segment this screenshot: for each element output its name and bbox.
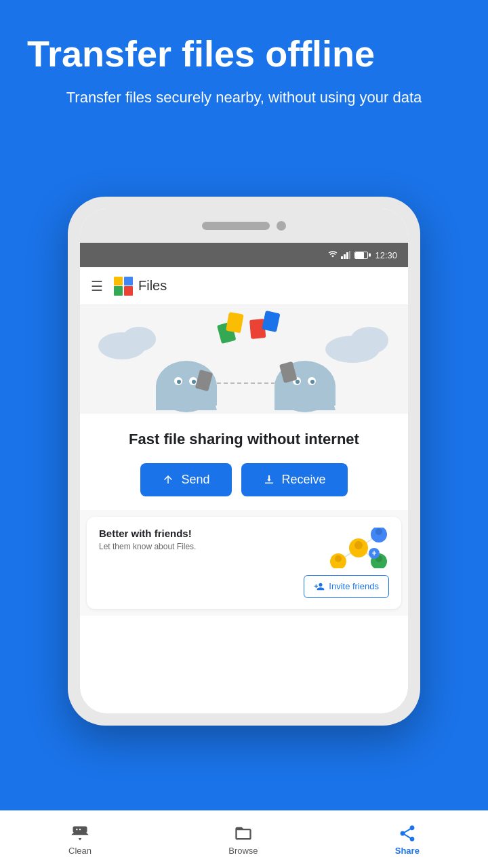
svg-rect-0 xyxy=(341,256,343,259)
invite-friends-button[interactable]: Invite friends xyxy=(304,575,389,598)
svg-text:+: + xyxy=(371,549,376,558)
friends-card: Better with friends! Let them know about… xyxy=(87,517,401,609)
sharing-card: Fast file sharing without internet Send xyxy=(80,414,408,510)
app-header: ☰ Files xyxy=(80,267,408,305)
send-button[interactable]: Send xyxy=(140,463,231,496)
send-icon xyxy=(162,473,174,486)
receive-icon xyxy=(263,473,275,486)
share-icon xyxy=(398,824,417,843)
svg-rect-25 xyxy=(226,312,244,333)
signal-icon xyxy=(341,251,350,259)
receive-button[interactable]: Receive xyxy=(241,463,348,496)
nav-label-browse: Browse xyxy=(228,846,258,856)
svg-rect-7 xyxy=(124,277,133,285)
svg-rect-5 xyxy=(124,286,133,296)
svg-point-41 xyxy=(354,541,363,549)
svg-point-9 xyxy=(122,327,156,351)
app-logo: Files xyxy=(114,277,167,296)
friends-card-title: Better with friends! xyxy=(99,528,196,539)
invite-label: Invite friends xyxy=(329,581,379,591)
status-bar: 12:30 xyxy=(80,243,408,267)
hamburger-menu[interactable]: ☰ xyxy=(91,278,103,294)
illustration-area xyxy=(80,305,408,414)
app-name: Files xyxy=(138,278,167,294)
sharing-card-title: Fast file sharing without internet xyxy=(100,430,388,450)
bottom-nav: Clean Browse Share xyxy=(0,810,488,868)
phone-speaker xyxy=(202,222,270,230)
browse-icon xyxy=(234,824,253,843)
svg-point-35 xyxy=(335,555,342,562)
svg-rect-3 xyxy=(349,251,350,259)
files-logo-icon xyxy=(114,277,133,296)
friends-card-text: Better with friends! Let them know about… xyxy=(99,528,196,551)
svg-rect-1 xyxy=(344,254,346,259)
receive-label: Receive xyxy=(282,473,326,487)
svg-point-22 xyxy=(296,380,300,384)
svg-point-23 xyxy=(310,380,314,384)
phone-mockup: 12:30 ☰ Files xyxy=(68,197,420,726)
svg-rect-6 xyxy=(114,277,123,285)
svg-rect-2 xyxy=(346,252,348,259)
battery-icon xyxy=(354,252,368,259)
sharing-illustration xyxy=(80,305,408,414)
nav-item-clean[interactable]: Clean xyxy=(48,818,112,861)
friends-card-wrapper: Better with friends! Let them know about… xyxy=(80,510,408,616)
friends-card-subtitle: Let them know about Files. xyxy=(99,542,196,551)
action-buttons: Send Receive xyxy=(100,463,388,496)
svg-point-11 xyxy=(350,327,388,354)
friends-illustration: + xyxy=(328,528,389,568)
nav-label-clean: Clean xyxy=(68,846,92,856)
svg-rect-4 xyxy=(114,286,123,296)
send-label: Send xyxy=(181,473,209,487)
clean-icon xyxy=(70,824,89,843)
wifi-icon xyxy=(327,251,338,259)
phone-camera xyxy=(277,221,286,231)
svg-point-17 xyxy=(192,380,196,384)
svg-rect-27 xyxy=(262,311,280,332)
svg-point-16 xyxy=(177,380,181,384)
nav-item-share[interactable]: Share xyxy=(375,818,440,861)
nav-label-share: Share xyxy=(395,846,420,856)
svg-point-39 xyxy=(375,528,382,535)
status-time: 12:30 xyxy=(375,250,397,260)
hero-subtitle: Transfer files securely nearby, without … xyxy=(27,87,461,108)
nav-item-browse[interactable]: Browse xyxy=(208,818,278,861)
friends-network-svg: + xyxy=(328,528,389,568)
hero-title: Transfer files offline xyxy=(27,34,461,74)
invite-icon xyxy=(314,581,325,592)
